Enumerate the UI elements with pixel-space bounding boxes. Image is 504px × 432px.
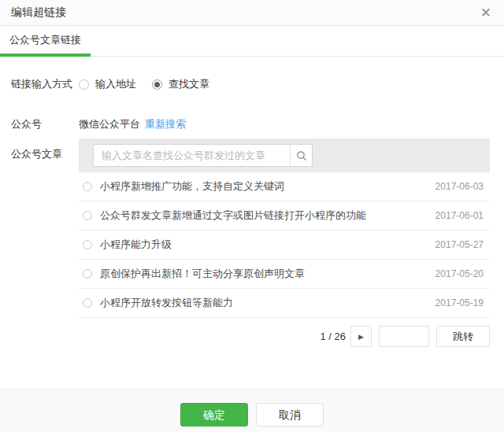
article-title: 小程序新增推广功能，支持自定义关键词 — [100, 179, 428, 194]
tab-official-article-link[interactable]: 公众号文章链接 — [0, 26, 91, 57]
article-list-item[interactable]: 小程序新增推广功能，支持自定义关键词 2017-06-03 — [79, 172, 490, 201]
official-article-row: 公众号文章 — [11, 138, 490, 347]
article-radio-icon[interactable] — [83, 240, 92, 249]
article-list: 小程序新增推广功能，支持自定义关键词 2017-06-03 公众号群发文章新增通… — [79, 172, 490, 318]
article-date: 2017-05-20 — [435, 268, 484, 279]
tab-bar: 公众号文章链接 — [0, 26, 504, 57]
article-date: 2017-06-01 — [435, 210, 484, 221]
close-icon[interactable]: ✕ — [480, 6, 491, 20]
official-account-label: 公众号 — [11, 117, 79, 131]
confirm-button[interactable]: 确定 — [180, 403, 248, 426]
jump-page-input[interactable] — [379, 326, 429, 347]
link-input-method-row: 链接输入方式 输入地址 查找文章 — [11, 77, 490, 91]
article-radio-icon[interactable] — [83, 211, 92, 220]
dialog-body: 链接输入方式 输入地址 查找文章 公众号 微信公众平台 重新搜索 公众号文章 — [0, 57, 504, 347]
pagination: 1 / 26 ▶ 跳转 — [79, 326, 490, 347]
radio-option-label: 输入地址 — [95, 77, 136, 91]
next-page-button[interactable]: ▶ — [350, 326, 372, 347]
article-search-section — [79, 138, 490, 172]
official-article-label: 公众号文章 — [11, 138, 79, 161]
radio-checked-icon — [152, 79, 162, 90]
search-button[interactable] — [290, 145, 312, 166]
radio-option-find-article[interactable]: 查找文章 — [152, 77, 209, 91]
cancel-button[interactable]: 取消 — [256, 403, 324, 426]
article-date: 2017-06-03 — [435, 181, 484, 192]
article-date: 2017-05-27 — [435, 239, 484, 250]
article-radio-icon[interactable] — [83, 269, 92, 279]
article-list-item[interactable]: 公众号群发文章新增通过文字或图片链接打开小程序的功能 2017-06-01 — [79, 201, 490, 231]
article-panel: 小程序新增推广功能，支持自定义关键词 2017-06-03 公众号群发文章新增通… — [79, 138, 490, 347]
radio-unchecked-icon — [79, 79, 89, 90]
dialog-footer: 确定 取消 — [0, 389, 504, 432]
article-title: 小程序能力升级 — [100, 238, 428, 252]
article-title: 公众号群发文章新增通过文字或图片链接打开小程序的功能 — [100, 209, 428, 223]
link-input-radio-group: 输入地址 查找文章 — [79, 77, 209, 91]
edit-hyperlink-dialog: 编辑超链接 ✕ 公众号文章链接 链接输入方式 输入地址 查找文章 公众号 — [0, 0, 504, 432]
search-again-link[interactable]: 重新搜索 — [145, 117, 186, 131]
article-search-input[interactable] — [94, 145, 290, 166]
article-title: 小程序开放转发按钮等新能力 — [100, 296, 428, 310]
dialog-title: 编辑超链接 — [11, 6, 66, 20]
article-date: 2017-05-19 — [435, 297, 484, 308]
article-search-group — [93, 144, 313, 167]
official-account-value: 微信公众平台 — [79, 117, 140, 131]
official-account-row: 公众号 微信公众平台 重新搜索 — [11, 117, 490, 131]
next-page-icon: ▶ — [358, 333, 364, 341]
link-input-method-label: 链接输入方式 — [11, 77, 79, 91]
article-radio-icon[interactable] — [83, 298, 92, 308]
article-list-item[interactable]: 小程序能力升级 2017-05-27 — [79, 231, 490, 260]
dialog-header: 编辑超链接 ✕ — [0, 0, 504, 26]
radio-option-enter-address[interactable]: 输入地址 — [79, 77, 136, 91]
article-list-item[interactable]: 原创保护再出新招！可主动分享原创声明文章 2017-05-20 — [79, 260, 490, 289]
article-list-item[interactable]: 小程序开放转发按钮等新能力 2017-05-19 — [79, 289, 490, 318]
search-icon — [296, 150, 307, 161]
page-indicator: 1 / 26 — [320, 330, 346, 342]
jump-button[interactable]: 跳转 — [436, 326, 490, 347]
radio-option-label: 查找文章 — [169, 77, 209, 91]
article-title: 原创保护再出新招！可主动分享原创声明文章 — [100, 267, 428, 281]
article-radio-icon[interactable] — [83, 182, 92, 191]
